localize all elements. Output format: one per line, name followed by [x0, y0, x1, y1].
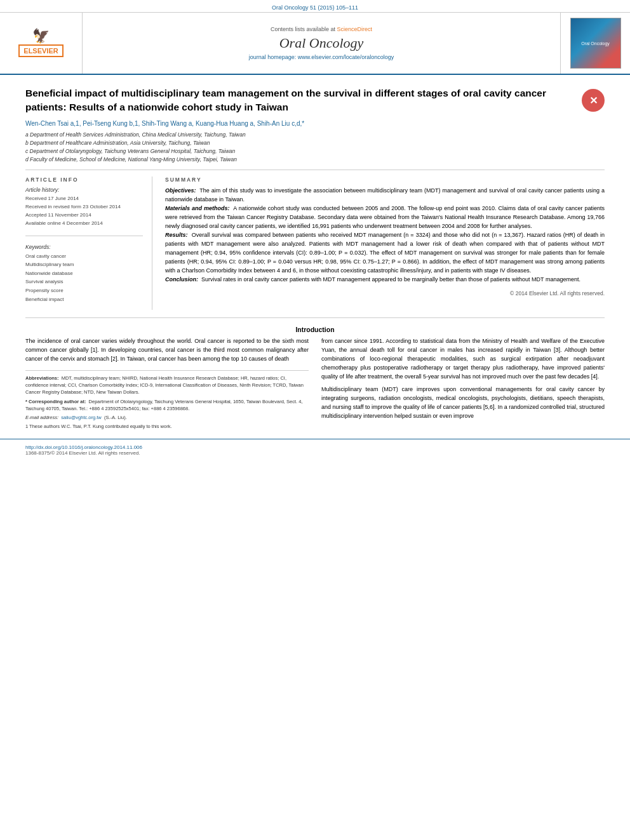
contents-text: Contents lists available at — [271, 26, 335, 32]
intro-left-col: The incidence of oral cancer varies wide… — [25, 337, 309, 432]
keyword-2: Multidisciplinary team — [25, 260, 143, 269]
elsevier-bird-icon: 🦅 — [32, 28, 50, 44]
affiliation-b: b Department of Healthcare Administratio… — [25, 140, 210, 146]
journal-reference: Oral Oncology 51 (2015) 105–111 — [272, 4, 358, 11]
journal-cover-image: Oral Oncology — [570, 18, 621, 69]
conclusion-text: Survival rates in oral cavity cancer pat… — [201, 276, 580, 283]
elsevier-logo-area: 🦅 ELSEVIER — [0, 13, 83, 74]
corresponding-footnote: * Corresponding author at: Department of… — [25, 398, 309, 413]
divider — [25, 236, 143, 236]
keyword-6: Beneficial impact — [25, 295, 143, 304]
introduction-section: The incidence of oral cancer varies wide… — [25, 337, 605, 432]
article-body: ✕ Beneficial impact of multidisciplinary… — [0, 75, 630, 439]
footnotes-box: Abbreviations: MDT, multidisciplinary te… — [25, 370, 309, 430]
introduction-heading: Introduction — [25, 326, 605, 333]
abbreviations-label: Abbreviations: — [25, 375, 59, 381]
intro-left-text: The incidence of oral cancer varies wide… — [25, 337, 309, 364]
journal-header: 🦅 ELSEVIER Contents lists available at S… — [0, 13, 630, 75]
homepage-link[interactable]: journal homepage: www.elsevier.com/locat… — [249, 54, 394, 60]
elsevier-wordmark: ELSEVIER — [23, 47, 58, 55]
objectives-label: Objectives: — [165, 187, 196, 194]
intro-right-text: from cancer since 1991. According to sta… — [321, 337, 605, 420]
page: Oral Oncology 51 (2015) 105–111 🦅 ELSEVI… — [0, 0, 630, 840]
keyword-1: Oral cavity cancer — [25, 252, 143, 261]
keywords-list: Oral cavity cancer Multidisciplinary tea… — [25, 252, 143, 304]
authors-text: Wen-Chen Tsai a,1, Pei-Tseng Kung b,1, S… — [25, 120, 304, 127]
keywords-block: Keywords: Oral cavity cancer Multidiscip… — [25, 244, 143, 304]
methods-paragraph: Materials and methods: A nationwide coho… — [165, 204, 605, 231]
copyright-line: © 2014 Elsevier Ltd. All rights reserved… — [165, 290, 605, 298]
article-info-summary-section: ARTICLE INFO Article history: Received 1… — [25, 170, 605, 310]
keyword-4: Survival analysis — [25, 277, 143, 286]
article-title: Beneficial impact of multidisciplinary t… — [25, 86, 605, 114]
summary-column: SUMMARY Objectives: The aim of this stud… — [165, 177, 605, 310]
affiliations: a Department of Health Services Administ… — [25, 131, 605, 163]
affiliation-c: c Department of Otolaryngology, Taichung… — [25, 148, 235, 154]
results-label: Results: — [165, 232, 188, 238]
journal-info-center: Contents lists available at ScienceDirec… — [83, 13, 560, 74]
abbreviations-text: MDT, multidisciplinary team; NHIRD, Nati… — [25, 375, 304, 396]
revised-date: Received in revised form 23 October 2014 — [25, 203, 143, 211]
cover-title: Oral Oncology — [581, 41, 610, 46]
history-label: Article history: — [25, 187, 143, 193]
results-paragraph: Results: Overall survival was compared b… — [165, 231, 605, 276]
online-date: Available online 4 December 2014 — [25, 220, 143, 228]
abbreviations-footnote: Abbreviations: MDT, multidisciplinary te… — [25, 375, 309, 396]
homepage-line: journal homepage: www.elsevier.com/locat… — [249, 54, 394, 60]
article-info-column: ARTICLE INFO Article history: Received 1… — [25, 177, 152, 310]
article-dates: Received 17 June 2014 Received in revise… — [25, 195, 143, 227]
affiliation-a: a Department of Health Services Administ… — [25, 131, 246, 138]
keyword-5: Propensity score — [25, 286, 143, 295]
equal-contrib-footnote: 1 These authors W.C. Tsai, P.T. Kung con… — [25, 423, 309, 430]
intro-para-1: The incidence of oral cancer varies wide… — [25, 337, 309, 364]
email-suffix: (S.-A. Liu). — [104, 415, 127, 420]
email-footnote: E-mail address: saliu@vghtc.org.tw (S.-A… — [25, 414, 309, 421]
summary-heading: SUMMARY — [165, 177, 605, 183]
title-area: ✕ Beneficial impact of multidisciplinary… — [25, 86, 605, 114]
intro-para-right-1: from cancer since 1991. According to sta… — [321, 337, 605, 382]
affiliation-d: d Faculty of Medicine, School of Medicin… — [25, 156, 237, 163]
doi-link[interactable]: http://dx.doi.org/10.1016/j.oraloncology… — [25, 444, 605, 450]
email-link[interactable]: saliu@vghtc.org.tw — [61, 415, 101, 420]
received-date: Received 17 June 2014 — [25, 195, 143, 203]
methods-text: A nationwide cohort study was conducted … — [165, 205, 605, 229]
objectives-paragraph: Objectives: The aim of this study was to… — [165, 187, 605, 204]
top-bar: Oral Oncology 51 (2015) 105–111 — [0, 0, 630, 13]
intro-para-right-2: Multidisciplinary team (MDT) care improv… — [321, 385, 605, 421]
journal-title: Oral Oncology — [279, 35, 364, 51]
crossmark-badge[interactable]: ✕ — [582, 89, 605, 112]
keywords-label: Keywords: — [25, 244, 143, 250]
sciencedirect-link[interactable]: ScienceDirect — [337, 26, 373, 32]
elsevier-logo-box: ELSEVIER — [18, 44, 63, 57]
email-label: E-mail address: — [25, 415, 58, 420]
issn-line: 1368-8375/© 2014 Elsevier Ltd. All right… — [25, 450, 605, 456]
doi-footer: http://dx.doi.org/10.1016/j.oraloncology… — [0, 439, 630, 461]
conclusion-label: Conclusion: — [165, 276, 198, 283]
crossmark-icon: ✕ — [582, 89, 605, 112]
intro-right-col: from cancer since 1991. According to sta… — [321, 337, 605, 432]
results-text: Overall survival was compared between pa… — [165, 232, 605, 274]
accepted-date: Accepted 11 November 2014 — [25, 211, 143, 220]
section-divider — [25, 317, 605, 318]
article-info-heading: ARTICLE INFO — [25, 177, 143, 183]
objectives-text: The aim of this study was to investigate… — [165, 187, 605, 203]
footnotes-text: Abbreviations: MDT, multidisciplinary te… — [25, 375, 309, 430]
article-history-block: Article history: Received 17 June 2014 R… — [25, 187, 143, 227]
doi-text: http://dx.doi.org/10.1016/j.oraloncology… — [25, 444, 142, 450]
conclusion-paragraph: Conclusion: Survival rates in oral cavit… — [165, 276, 605, 284]
sciencedirect-line: Contents lists available at ScienceDirec… — [271, 26, 372, 32]
methods-label: Materials and methods: — [165, 205, 230, 211]
keyword-3: Nationwide database — [25, 269, 143, 278]
summary-text: Objectives: The aim of this study was to… — [165, 187, 605, 297]
corresponding-label: * Corresponding author at: — [25, 399, 86, 404]
journal-cover-area: Oral Oncology — [560, 13, 630, 74]
authors-line: Wen-Chen Tsai a,1, Pei-Tseng Kung b,1, S… — [25, 120, 605, 127]
